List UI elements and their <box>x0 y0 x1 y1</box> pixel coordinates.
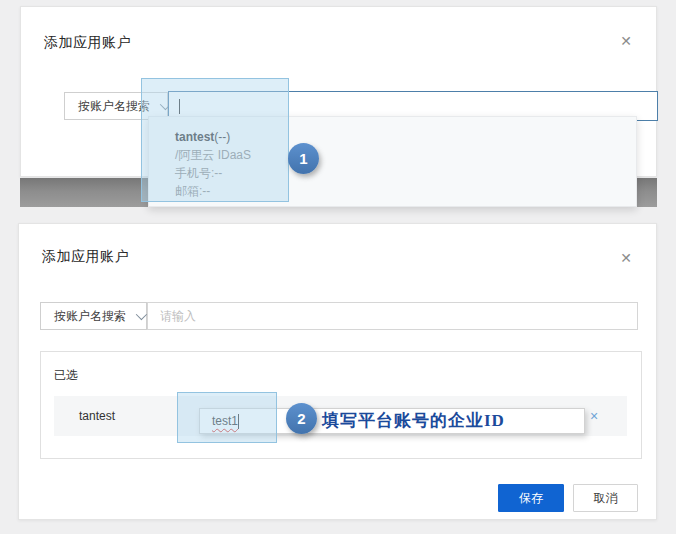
remove-account-icon[interactable]: × <box>590 396 598 436</box>
cancel-button[interactable]: 取消 <box>573 484 638 512</box>
selected-accounts-panel: 已选 tantest test1 × <box>40 351 642 459</box>
step1-highlight-box <box>141 78 289 202</box>
dialog-title: 添加应用账户 <box>44 34 131 52</box>
close-icon[interactable]: ✕ <box>620 33 632 49</box>
dialog-title: 添加应用账户 <box>42 248 129 266</box>
step2-highlight-box <box>177 392 277 443</box>
selected-section-label: 已选 <box>54 367 78 384</box>
save-button[interactable]: 保存 <box>498 484 564 512</box>
search-type-label: 按账户名搜索 <box>54 308 126 325</box>
screenshot-stage: 添加应用账户 ✕ 按账户名搜索 tantest(--) /阿里云 IDaaS 手… <box>0 0 676 534</box>
step2-annotation-text: 填写平台账号的企业ID <box>322 409 505 432</box>
chevron-down-icon <box>136 309 147 320</box>
search-type-select[interactable]: 按账户名搜索 <box>40 302 147 330</box>
close-icon[interactable]: ✕ <box>620 250 632 266</box>
search-type-label: 按账户名搜索 <box>78 98 150 115</box>
account-search-input[interactable] <box>147 302 638 330</box>
step1-badge: 1 <box>288 143 319 174</box>
step2-badge: 2 <box>286 403 317 434</box>
add-app-account-dialog-bottom: 添加应用账户 ✕ 按账户名搜索 已选 tantest test1 × 保存 取消 <box>18 223 657 520</box>
selected-account-name: tantest <box>79 396 115 436</box>
